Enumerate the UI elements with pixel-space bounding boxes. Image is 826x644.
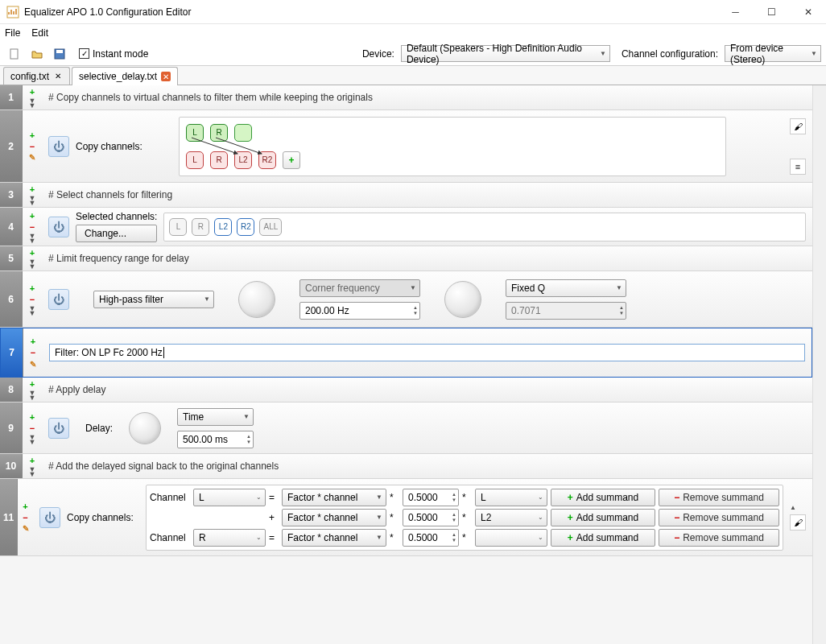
remove-icon[interactable]: − xyxy=(27,423,38,433)
factor-select[interactable]: Factor * channel▼ xyxy=(282,529,386,547)
chip-L[interactable]: L xyxy=(169,218,187,236)
add-icon[interactable]: + xyxy=(27,248,38,258)
brush-icon[interactable]: 🖌 xyxy=(790,514,806,530)
power-button[interactable]: ⏻ xyxy=(48,418,69,439)
minimize-button[interactable]: ─ xyxy=(717,0,754,23)
instant-mode-checkbox[interactable]: ✓ Instant mode xyxy=(79,48,148,60)
maximize-button[interactable]: ☐ xyxy=(754,0,790,23)
expand-icon[interactable]: ▼▼ xyxy=(27,259,38,269)
power-button[interactable]: ⏻ xyxy=(48,136,69,157)
add-icon[interactable]: + xyxy=(27,130,38,140)
channel-select[interactable]: L⌄ xyxy=(193,489,266,506)
corner-freq-select: Corner frequency▼ xyxy=(299,279,420,297)
menu-file[interactable]: File xyxy=(5,27,20,39)
edit-icon[interactable]: ✎ xyxy=(20,524,31,534)
add-summand-button[interactable]: +Add summand xyxy=(551,489,655,506)
expand-icon[interactable]: ▼▼ xyxy=(27,390,38,400)
remove-summand-button[interactable]: −Remove summand xyxy=(659,509,779,526)
channel-L2-out[interactable]: L2 xyxy=(234,151,252,169)
comment-text: # Copy channels to virtual channels to f… xyxy=(48,92,373,103)
add-icon[interactable]: + xyxy=(20,502,31,511)
chancfg-combo[interactable]: From device (Stereo)▼ xyxy=(725,45,821,62)
channel-R[interactable]: R xyxy=(210,124,228,142)
chip-R2[interactable]: R2 xyxy=(237,218,254,236)
filter-text-input[interactable]: Filter: ON LP Fc 2000 Hz xyxy=(49,344,805,361)
row-2: 2 +−✎ ⏻ Copy channels: L R L R L2 R2 + xyxy=(0,110,812,183)
add-summand-button[interactable]: +Add summand xyxy=(551,529,655,547)
channel-select[interactable]: R⌄ xyxy=(193,529,266,547)
chip-R[interactable]: R xyxy=(192,218,209,236)
factor-input[interactable]: 0.5000▲▼ xyxy=(403,509,459,526)
tab-close-icon[interactable]: ✕ xyxy=(161,72,171,81)
close-button[interactable]: ✕ xyxy=(790,0,826,23)
summand-grid: Channel L⌄ = Factor * channel▼ * 0.5000▲… xyxy=(146,485,783,551)
scroll-up-icon[interactable]: ▲ xyxy=(790,504,806,511)
channel-L[interactable]: L xyxy=(186,124,204,142)
source-select[interactable]: ⌄ xyxy=(475,529,547,547)
chip-L2[interactable]: L2 xyxy=(214,218,232,236)
remove-summand-button[interactable]: −Remove summand xyxy=(659,489,779,506)
delay-value-input[interactable]: 500.00 ms▲▼ xyxy=(177,431,254,448)
remove-icon[interactable]: − xyxy=(20,513,31,522)
chip-ALL[interactable]: ALL xyxy=(259,218,282,236)
remove-icon[interactable]: − xyxy=(27,348,39,357)
remove-summand-button[interactable]: −Remove summand xyxy=(659,529,779,547)
source-select[interactable]: L2⌄ xyxy=(475,509,547,526)
add-icon[interactable]: + xyxy=(27,379,38,389)
expand-icon[interactable]: ▼▼ xyxy=(27,98,38,108)
add-icon[interactable]: + xyxy=(27,184,38,194)
comment-text: # Select channels for filtering xyxy=(48,189,172,200)
edit-icon[interactable]: ✎ xyxy=(27,153,38,163)
freq-input[interactable]: 200.00 Hz▲▼ xyxy=(299,302,420,320)
menubar: File Edit xyxy=(0,24,826,42)
change-button[interactable]: Change... xyxy=(76,225,157,242)
remove-icon[interactable]: − xyxy=(27,142,38,151)
expand-icon[interactable]: ▼▼ xyxy=(27,306,38,316)
add-icon[interactable]: + xyxy=(27,87,38,97)
device-combo[interactable]: Default (Speakers - High Definition Audi… xyxy=(401,45,610,62)
remove-icon[interactable]: − xyxy=(27,295,38,304)
expand-icon[interactable]: ▼▼ xyxy=(27,467,38,477)
add-icon[interactable]: + xyxy=(27,211,38,221)
factor-input[interactable]: 0.5000▲▼ xyxy=(403,529,459,547)
tab-config[interactable]: config.txt✕ xyxy=(3,67,70,85)
freq-knob[interactable] xyxy=(444,281,481,318)
power-button[interactable]: ⏻ xyxy=(48,217,69,237)
row-8: 8 +▼▼ # Apply delay xyxy=(0,378,812,402)
vertical-scrollbar[interactable] xyxy=(812,85,826,644)
gain-knob[interactable] xyxy=(238,281,275,318)
remove-icon[interactable]: − xyxy=(27,222,38,232)
factor-select[interactable]: Factor * channel▼ xyxy=(282,489,386,506)
add-summand-button[interactable]: +Add summand xyxy=(551,509,655,526)
power-button[interactable]: ⏻ xyxy=(48,289,69,310)
new-file-button[interactable] xyxy=(5,44,24,64)
delay-knob[interactable] xyxy=(129,412,161,444)
filter-type-select[interactable]: High-pass filter▼ xyxy=(93,291,214,308)
expand-icon[interactable]: ▼▼ xyxy=(27,233,38,243)
save-file-button[interactable] xyxy=(50,44,69,64)
tab-close-icon[interactable]: ✕ xyxy=(53,72,63,81)
list-icon[interactable]: ≡ xyxy=(790,159,806,175)
edit-icon[interactable]: ✎ xyxy=(27,359,39,369)
channel-L-out[interactable]: L xyxy=(186,151,204,169)
brush-icon[interactable]: 🖌 xyxy=(790,118,806,134)
factor-input[interactable]: 0.5000▲▼ xyxy=(403,489,459,506)
channel-R-out[interactable]: R xyxy=(210,151,228,169)
menu-edit[interactable]: Edit xyxy=(31,27,48,39)
open-file-button[interactable] xyxy=(27,44,47,64)
channel-R2-out[interactable]: R2 xyxy=(258,151,276,169)
tab-selective-delay[interactable]: selective_delay.txt✕ xyxy=(72,67,178,85)
delay-mode-select[interactable]: Time▼ xyxy=(177,408,254,426)
power-button[interactable]: ⏻ xyxy=(39,507,60,528)
add-icon[interactable]: + xyxy=(27,412,38,422)
expand-icon[interactable]: ▼▼ xyxy=(27,196,38,205)
add-channel-button[interactable]: + xyxy=(283,151,300,169)
expand-icon[interactable]: ▼▼ xyxy=(27,435,38,444)
factor-select[interactable]: Factor * channel▼ xyxy=(282,509,386,526)
source-select[interactable]: L⌄ xyxy=(475,489,547,506)
add-icon[interactable]: + xyxy=(27,456,38,465)
add-icon[interactable]: + xyxy=(27,283,38,293)
channel-blank[interactable] xyxy=(234,124,252,142)
q-type-select[interactable]: Fixed Q▼ xyxy=(506,279,626,297)
add-icon[interactable]: + xyxy=(27,336,39,346)
